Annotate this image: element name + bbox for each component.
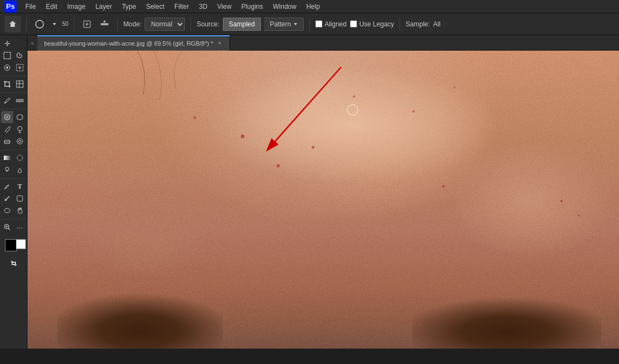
tab-bar: « beautiful-young-woman-with-acne.jpg @ … [28, 35, 619, 51]
options-bar: 50 Mode: Normal Source: Sampled Pattern … [0, 13, 619, 35]
zoom-tool[interactable] [1, 221, 13, 233]
lasso-tool[interactable] [14, 49, 26, 62]
healing-brush-tool[interactable] [14, 135, 26, 147]
separator-6 [399, 18, 400, 31]
canvas-area: « beautiful-young-woman-with-acne.jpg @ … [28, 35, 619, 349]
tool-group-paint [0, 152, 27, 179]
use-legacy-checkbox-group: Use Legacy [350, 20, 394, 28]
menu-file[interactable]: File [21, 2, 40, 12]
spot-healing-tool[interactable] [1, 111, 13, 123]
tab-title: beautiful-young-woman-with-acne.jpg @ 69… [44, 40, 213, 47]
tool-group-zoom: ··· [0, 221, 27, 235]
menu-type[interactable]: Type [117, 2, 140, 12]
menu-bar: Ps File Edit Image Layer Type Select Fil… [0, 0, 619, 13]
rect-marquee-tool[interactable] [1, 49, 13, 62]
shape-tool[interactable] [14, 192, 26, 205]
menu-help[interactable]: Help [302, 2, 325, 12]
brush-preset-icon [80, 18, 94, 30]
tool-dropdown[interactable] [50, 21, 59, 27]
svg-point-21 [17, 155, 23, 161]
aligned-checkbox-group: Aligned [315, 20, 347, 28]
image-canvas[interactable] [28, 51, 619, 349]
measure-tool[interactable] [14, 95, 26, 107]
menu-image[interactable]: Image [63, 2, 90, 12]
sample-label: Sample: [406, 20, 430, 28]
hair-strands [28, 51, 619, 349]
dodge-tool[interactable] [1, 164, 13, 176]
menu-select[interactable]: Select [141, 2, 168, 12]
ps-logo: Ps [4, 1, 17, 13]
move-tool[interactable]: ✛ [1, 37, 13, 49]
svg-point-19 [19, 140, 21, 142]
main-layout: ✛ [0, 35, 619, 349]
collapse-panels-button[interactable]: « [28, 40, 37, 46]
svg-rect-23 [17, 196, 23, 201]
clone-stamp-tool[interactable] [14, 123, 26, 135]
separator-5 [309, 18, 310, 31]
menu-layer[interactable]: Layer [91, 2, 116, 12]
foreground-color[interactable] [5, 239, 17, 251]
background-color[interactable] [16, 239, 26, 249]
svg-rect-2 [101, 23, 108, 25]
eraser-tool[interactable] [1, 135, 13, 147]
use-legacy-label: Use Legacy [359, 20, 394, 28]
menu-window[interactable]: Window [269, 2, 301, 12]
menu-plugins[interactable]: Plugins [237, 2, 267, 12]
svg-rect-8 [17, 81, 23, 87]
swap-colors-icon[interactable] [9, 259, 18, 268]
text-tool[interactable]: T [14, 180, 26, 192]
canvas-content[interactable] [28, 51, 619, 349]
tool-group-crop [0, 78, 27, 93]
mode-label: Mode: [123, 20, 141, 28]
use-legacy-checkbox[interactable] [350, 20, 357, 27]
svg-rect-20 [4, 156, 10, 160]
ellipse-tool[interactable] [1, 205, 13, 217]
aligned-icon [97, 18, 112, 30]
separator-1 [26, 18, 27, 31]
svg-point-24 [4, 208, 10, 213]
menu-3d[interactable]: 3D [194, 2, 211, 12]
brush-tool[interactable] [1, 123, 13, 135]
menu-filter[interactable]: Filter [170, 2, 194, 12]
tool-group-selection: ✛ [0, 37, 27, 76]
patch-select-tool[interactable] [14, 62, 26, 74]
brush-select-tool[interactable] [1, 62, 13, 74]
menu-edit[interactable]: Edit [41, 2, 62, 12]
mode-select[interactable]: Normal [145, 18, 185, 31]
source-sampled-button[interactable]: Sampled [223, 18, 261, 31]
slice-tool[interactable] [14, 78, 26, 90]
document-tab[interactable]: beautiful-young-woman-with-acne.jpg @ 69… [37, 35, 230, 51]
more-tools[interactable]: ··· [14, 221, 26, 233]
hand-tool[interactable] [14, 205, 26, 217]
artboard-tool[interactable] [14, 37, 26, 49]
colors-area [5, 239, 23, 269]
aligned-label: Aligned [325, 20, 347, 28]
separator-3 [117, 18, 118, 31]
path-select-tool[interactable] [1, 192, 13, 205]
menu-view[interactable]: View [213, 2, 236, 12]
source-label: Source: [196, 20, 219, 28]
svg-rect-4 [4, 52, 10, 59]
svg-point-6 [6, 67, 8, 69]
aligned-checkbox[interactable] [315, 20, 322, 27]
source-pattern-button[interactable]: Pattern [264, 18, 304, 31]
tool-icon [32, 18, 47, 30]
gradient-tool[interactable] [1, 152, 13, 164]
patch-tool[interactable] [14, 111, 26, 123]
tool-group-retouching [0, 111, 27, 150]
tool-group-measure [0, 95, 27, 109]
burn-tool[interactable] [14, 164, 26, 176]
blur-tool[interactable] [14, 152, 26, 164]
pen-tool[interactable] [1, 180, 13, 192]
svg-point-16 [18, 126, 22, 131]
tool-group-vector: T [0, 180, 27, 219]
crop-tool[interactable] [1, 78, 13, 90]
separator-4 [190, 18, 191, 31]
home-button[interactable] [4, 16, 21, 32]
svg-point-3 [103, 20, 106, 23]
brush-size-display: 50 [62, 21, 68, 27]
svg-point-22 [6, 167, 9, 170]
tab-close-button[interactable]: × [216, 40, 223, 47]
separator-2 [74, 18, 74, 31]
eyedropper-tool[interactable] [1, 95, 13, 107]
